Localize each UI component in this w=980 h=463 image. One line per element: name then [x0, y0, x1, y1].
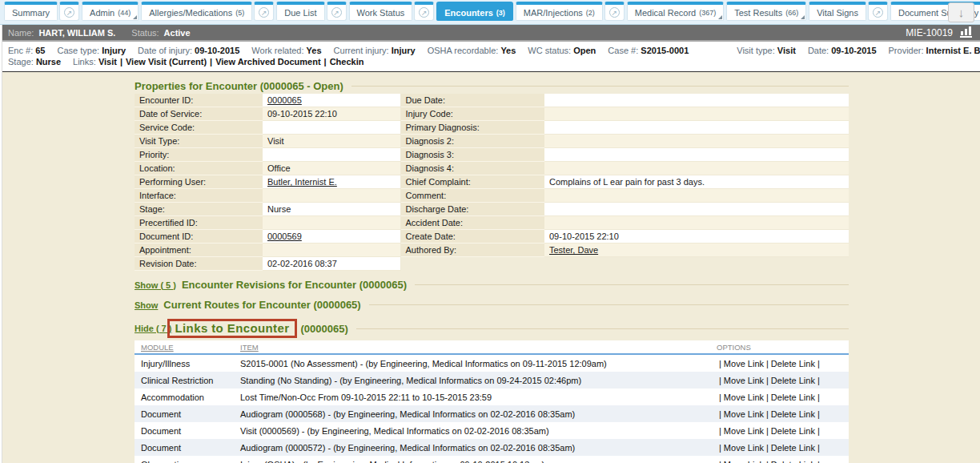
options-separator: | — [766, 426, 769, 436]
tab-popup-button[interactable]: ↗ — [604, 2, 625, 21]
property-label: Priority: — [135, 148, 263, 162]
tab-allergies-medications[interactable]: Allergies/Medications(5) — [141, 2, 252, 21]
delete-link-button[interactable]: Delete Link — [771, 409, 815, 419]
case-info-row-2: Stage: Nurse Links: Visit|View Visit (Cu… — [8, 57, 972, 66]
encounter-content: Properties for Encounter (0000065 - Open… — [0, 72, 980, 463]
tab-work-status[interactable]: Work Status — [349, 2, 413, 21]
property-label: Service Code: — [135, 121, 263, 135]
links-title-suffix: (0000065) — [301, 323, 348, 335]
tab-due-list[interactable]: Due List — [276, 2, 324, 21]
show-routes-link[interactable]: Show — [135, 300, 158, 310]
tab-summary[interactable]: Summary — [4, 2, 58, 21]
tab-encounters[interactable]: Encounters(3) — [436, 2, 513, 21]
tab-label: Due List — [284, 8, 316, 18]
property-value — [263, 121, 400, 135]
move-link-button[interactable]: Move Link — [724, 359, 764, 368]
property-value — [544, 162, 849, 175]
tab-popup-button[interactable]: ↗ — [59, 2, 79, 21]
property-label: Authored By: — [400, 244, 544, 257]
chart-id: MIE-10019 — [906, 27, 953, 38]
tab-count-badge: (367) — [699, 9, 716, 17]
link-row-module: Injury/Illness — [135, 359, 240, 368]
delete-link-button[interactable]: Delete Link — [771, 460, 815, 463]
encounter-link-view-archived-document[interactable]: View Archived Document — [215, 57, 320, 66]
field-value: Open — [573, 46, 596, 55]
external-arrow-icon: ↗ — [873, 7, 883, 18]
property-label: Location: — [135, 162, 263, 175]
property-value-link[interactable]: 0000569 — [263, 230, 400, 244]
revisions-title: Encounter Revisions for Encounter (00000… — [182, 279, 407, 291]
move-link-button[interactable]: Move Link — [724, 460, 764, 463]
options-separator: | — [719, 443, 721, 453]
item-column-header[interactable]: ITEM — [240, 343, 717, 352]
tab-popup-button[interactable]: ↗ — [327, 2, 347, 21]
property-value-link[interactable]: 0000065 — [263, 94, 400, 107]
case-info-field: Current injury: Injury — [334, 46, 416, 55]
delete-link-button[interactable]: Delete Link — [771, 393, 815, 402]
delete-link-button[interactable]: Delete Link — [771, 376, 815, 385]
property-label: Interface: — [135, 189, 263, 203]
field-label: Enc #: — [8, 46, 33, 55]
tab-test-results[interactable]: Test Results(66) — [726, 2, 806, 21]
tab-popup-button[interactable]: ↗ — [254, 2, 274, 21]
property-value: 02-02-2016 08:37 — [263, 257, 400, 271]
left-frame-strip — [0, 25, 2, 463]
show-revisions-link[interactable]: Show ( 5 ) — [135, 280, 176, 290]
property-value-link[interactable]: Tester, Dave — [544, 244, 849, 257]
encounter-link-checkin[interactable]: Checkin — [330, 57, 364, 66]
links-table-rows: Injury/IllnessS2015-0001 (No Assessment)… — [135, 355, 849, 463]
move-link-button[interactable]: Move Link — [724, 443, 764, 453]
field-label: Work related: — [251, 46, 303, 55]
encounter-action-links: Visit|View Visit (Current)|View Archived… — [98, 57, 364, 66]
options-separator: | — [719, 393, 721, 402]
property-value — [544, 135, 849, 148]
move-link-button[interactable]: Move Link — [724, 376, 764, 385]
tab-label: Vital Signs — [817, 8, 858, 18]
property-row: Stage:NurseDischarge Date: — [135, 203, 849, 216]
encounter-link-view-visit-current[interactable]: View Visit (Current) — [126, 57, 207, 66]
patient-bar-right: MIE-10019 — [906, 27, 972, 38]
link-row-item: Audiogram (0000572) - (by Engineering, M… — [240, 443, 717, 453]
field-label: Date: — [808, 46, 829, 55]
field-label: Current injury: — [334, 46, 389, 55]
case-info-field: Visit type: Visit — [737, 46, 796, 55]
tab-label: Work Status — [357, 8, 405, 18]
case-info-field: Date: 09-10-2015 — [808, 46, 877, 55]
download-button[interactable]: ↓ — [948, 2, 974, 22]
case-info-field: Case type: Injury — [58, 46, 127, 55]
link-row-options: |Move Link|Delete Link| — [717, 359, 845, 368]
module-column-header[interactable]: MODULE — [135, 343, 240, 352]
property-value-link[interactable]: Butler, Internist E. — [263, 175, 400, 189]
field-value: S2015-0001 — [641, 46, 689, 55]
move-link-button[interactable]: Move Link — [724, 393, 764, 402]
link-row-item: S2015-0001 (No Assessment) - (by Enginee… — [240, 359, 717, 368]
move-link-button[interactable]: Move Link — [724, 426, 764, 436]
encounter-link-visit[interactable]: Visit — [98, 57, 117, 66]
delete-link-button[interactable]: Delete Link — [771, 443, 815, 453]
tab-mar-injections[interactable]: MAR/Injections(2) — [516, 2, 603, 21]
property-label: Injury Code: — [400, 107, 544, 121]
move-link-button[interactable]: Move Link — [724, 409, 764, 419]
delete-link-button[interactable]: Delete Link — [771, 359, 815, 368]
property-label: Performing User: — [135, 175, 263, 189]
property-label: Create Date: — [400, 230, 544, 244]
delete-link-button[interactable]: Delete Link — [771, 426, 815, 436]
bar-chart-icon[interactable] — [960, 27, 972, 38]
tab-admin[interactable]: Admin(44) — [82, 2, 139, 21]
property-value: Office — [263, 162, 400, 175]
options-separator: | — [766, 376, 769, 385]
stage-value: Nurse — [36, 57, 61, 66]
links-section-header: Hide ( 7 ) Links to Encounter (0000065) — [135, 319, 849, 338]
property-value — [544, 148, 849, 162]
hide-links-link[interactable]: Hide ( 7 ) — [135, 324, 171, 333]
property-value — [544, 107, 849, 121]
tab-vital-signs[interactable]: Vital Signs — [809, 2, 866, 21]
tab-medical-record[interactable]: Medical Record(367) — [627, 2, 724, 21]
property-row: Service Code:Primary Diagnosis: — [135, 121, 849, 135]
field-value: Yes — [500, 46, 516, 55]
tab-popup-button[interactable]: ↗ — [414, 2, 434, 21]
tab-popup-button[interactable]: ↗ — [868, 2, 888, 21]
field-value: Visit — [777, 46, 796, 55]
property-row: Performing User:Butler, Internist E.Chie… — [135, 175, 849, 189]
link-separator: | — [324, 57, 327, 66]
